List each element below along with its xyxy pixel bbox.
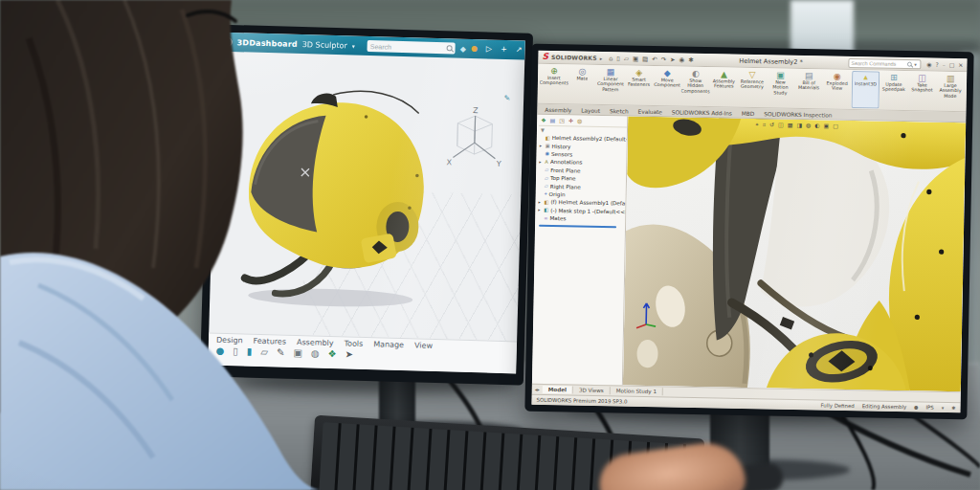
ribbon-button-label: Instant3D — [855, 81, 878, 87]
tree-item-icon: ◧ — [545, 200, 549, 205]
command-tab[interactable]: SOLIDWORKS Inspection — [759, 110, 836, 120]
undo-icon[interactable]: ↶ — [652, 56, 657, 63]
ribbon-button[interactable]: ⊞ Update Speedpak — [880, 72, 908, 110]
tree-caret-icon[interactable]: ▸ — [538, 208, 542, 212]
photo-scene: 3DDashboard 3D Sculptor ▾ ◆ ●▷+↗❮※? — [0, 0, 980, 490]
action-bar-tab[interactable]: Manage — [373, 340, 404, 349]
tree-item-icon: ◉ — [545, 151, 549, 156]
ribbon-button[interactable]: ◈ Smart Fasteners — [624, 66, 653, 104]
command-tab[interactable]: Sketch — [605, 107, 634, 116]
play-icon[interactable]: ▷ — [486, 45, 492, 53]
zoom-fit-icon[interactable]: ⌖ — [755, 121, 759, 128]
help-icon[interactable]: ? — [935, 61, 938, 68]
solidworks-logo-icon[interactable]: S — [542, 53, 548, 61]
command-search[interactable]: ▾ — [848, 57, 921, 68]
ribbon-button[interactable]: ◫ Take Snapshot — [907, 72, 936, 110]
scene-icon[interactable]: ▣ — [824, 122, 830, 129]
status-gear-icon[interactable]: ✱ — [951, 405, 955, 411]
heads-up-toolbar: ⌖⌗↺◫▦◨◍◐▣▢ — [755, 121, 838, 130]
menu-arrow-icon[interactable]: ▸ — [600, 55, 603, 60]
tree-caret-icon[interactable]: ▸ — [540, 144, 544, 148]
tree-caret-icon[interactable]: ▸ — [539, 160, 543, 165]
ribbon-button[interactable]: ▤ Bill of Materials — [794, 70, 823, 108]
ribbon-button-label: Take Snapshot — [909, 82, 936, 93]
hide-show-icon[interactable]: ◍ — [806, 122, 811, 129]
editing-mode: Editing Assembly — [862, 403, 907, 410]
graphics-area[interactable]: ⌖⌗↺◫▦◨◍◐▣▢ — [623, 117, 966, 392]
command-tab[interactable]: SOLIDWORKS Add-Ins — [667, 108, 737, 117]
new-doc-icon[interactable]: ▯ — [616, 55, 620, 62]
view-orientation-icon[interactable]: ▦ — [788, 122, 793, 129]
status-dot-icon: ● — [914, 404, 918, 410]
ribbon-button[interactable]: ◆ Move Component — [653, 67, 681, 105]
ribbon-button-icon: ▽ — [749, 71, 756, 79]
tree-item-icon: A — [545, 160, 548, 165]
search-input[interactable] — [370, 43, 445, 52]
user-avatar-icon[interactable]: ● — [471, 45, 478, 53]
rebuild-icon[interactable]: ◉ — [679, 56, 685, 63]
action-bar-tab[interactable]: Tools — [344, 339, 363, 348]
appearance-icon[interactable]: ◐ — [814, 122, 819, 129]
display-style-icon[interactable]: ◨ — [796, 122, 802, 129]
ribbon-button-icon: ◐ — [692, 70, 700, 78]
units-selector[interactable]: IPS — [925, 405, 933, 411]
displaymanager-icon[interactable]: ◍ — [577, 118, 582, 124]
tree-item[interactable]: ∞ Mates — [537, 214, 625, 224]
tree-item-icon: ∞ — [544, 215, 547, 220]
ribbon-button-icon: ◎ — [579, 68, 587, 77]
command-tab[interactable]: Evaluate — [634, 108, 667, 117]
open-icon[interactable]: ▱ — [624, 55, 629, 62]
configurationmanager-icon[interactable]: ◳ — [559, 117, 565, 123]
zoom-area-icon[interactable]: ⌗ — [763, 121, 767, 128]
tree-caret-icon[interactable]: ▸ — [539, 200, 543, 205]
restore-icon[interactable]: ▢ — [949, 61, 955, 68]
tag-icon[interactable]: ◆ — [460, 44, 466, 53]
dimxpertmanager-icon[interactable]: ✛ — [568, 117, 573, 123]
ribbon-button[interactable]: ⊕ Insert Components — [540, 65, 568, 103]
ribbon-button[interactable]: ◉ Exploded View — [822, 70, 851, 108]
chevron-down-icon[interactable]: ▾ — [942, 405, 945, 411]
close-icon[interactable]: ✕ — [958, 61, 963, 68]
command-tab[interactable]: Layout — [576, 107, 605, 116]
document-tab[interactable]: 3D Views — [573, 386, 611, 394]
document-title: Helmet Assembly2 * — [697, 56, 846, 66]
search-commands-input[interactable] — [851, 60, 904, 67]
rollback-bar[interactable] — [539, 225, 616, 229]
document-tab[interactable]: Model — [543, 386, 573, 394]
view-settings-icon[interactable]: ▢ — [833, 122, 838, 130]
ribbon-button[interactable]: ◐ Show Hidden Components — [680, 68, 709, 106]
tree-item-icon: ◧ — [544, 208, 548, 212]
action-bar-tab[interactable]: View — [414, 341, 433, 350]
select-tool-icon[interactable]: ➤ — [345, 349, 353, 359]
section-view-icon[interactable]: ◫ — [778, 122, 784, 129]
propertymanager-icon[interactable]: ▤ — [550, 117, 556, 123]
user-icon[interactable]: ◉ — [926, 61, 931, 68]
share-icon[interactable]: ↗ — [516, 46, 523, 54]
home-icon[interactable]: ⌂ — [609, 55, 612, 62]
command-tab[interactable]: Assembly — [540, 106, 576, 115]
ribbon-button[interactable]: ◎ Mate — [568, 65, 596, 103]
redo-icon[interactable]: ↷ — [661, 56, 667, 63]
ribbon-button-label: Large Assembly Mode — [937, 83, 964, 99]
add-icon[interactable]: + — [501, 46, 507, 54]
print-icon[interactable]: ▤ — [642, 55, 648, 62]
featuremanager-tree-icon[interactable]: ❖ — [541, 117, 546, 123]
chevron-down-icon[interactable]: ▾ — [914, 61, 917, 67]
minimize-icon[interactable]: – — [943, 61, 946, 68]
command-tab[interactable]: MBD — [737, 110, 760, 118]
edit-pencil-icon[interactable]: ✎ — [503, 94, 510, 102]
chevron-down-icon[interactable]: ▾ — [352, 42, 355, 49]
select-arrow-icon[interactable]: ➤ — [670, 56, 676, 63]
previous-view-icon[interactable]: ↺ — [769, 121, 774, 128]
ribbon-button[interactable]: ▣ New Motion Study — [766, 69, 794, 107]
ribbon-button[interactable]: ▲ Assembly Features — [709, 68, 738, 106]
options-icon[interactable]: ✱ — [688, 56, 694, 63]
ribbon-button[interactable]: ▴ Instant3D — [851, 71, 880, 109]
document-tab[interactable]: Motion Study 1 — [611, 387, 663, 395]
save-icon[interactable]: ▣ — [633, 55, 638, 62]
ribbon-button[interactable]: ▦ Linear Component Pattern — [596, 66, 625, 104]
platform-search[interactable] — [368, 40, 456, 55]
ribbon-button[interactable]: ▽ Reference Geometry — [738, 69, 767, 107]
ribbon-button[interactable]: ▥ Large Assembly Mode — [936, 73, 965, 111]
tab-scroll-arrows[interactable]: ◂▸ — [535, 387, 540, 392]
